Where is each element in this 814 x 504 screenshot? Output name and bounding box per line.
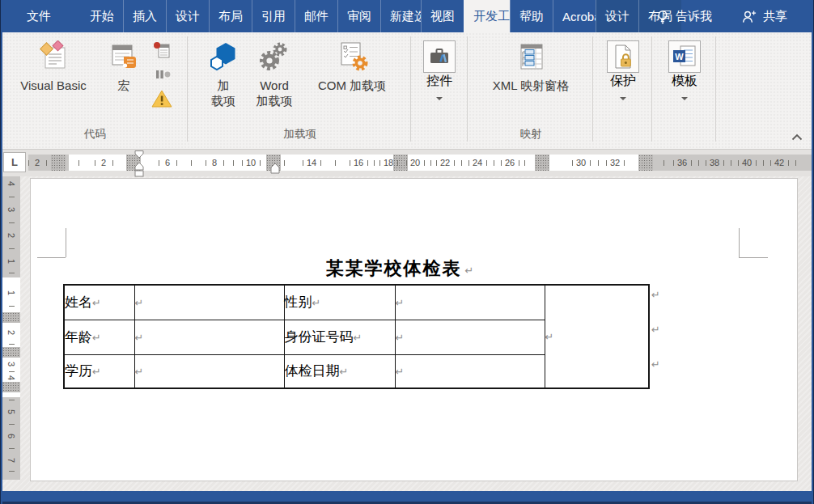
collapse-ribbon-button[interactable]	[789, 131, 805, 142]
ribbon-group-addins: 加载项 Word加载项	[189, 32, 411, 149]
tab-design[interactable]: 设计	[166, 0, 209, 32]
menu-bar: 文件开始插入设计布局引用邮件审阅新建选项卡视图开发工具帮助Acrobat设计布局…	[0, 0, 814, 32]
cell-gender-label[interactable]: 性别↵	[284, 285, 395, 320]
document-title-line[interactable]: 某某学校体检表↵	[63, 256, 736, 281]
window-border-right-accent	[812, 0, 813, 504]
cell-age-value[interactable]: ↵	[134, 320, 284, 354]
ruler-table-boundary	[535, 155, 549, 171]
cell-id-label[interactable]: 身份证号码↵	[284, 320, 395, 354]
cell-education-label[interactable]: 学历↵	[64, 354, 134, 388]
cell-age-label[interactable]: 年龄↵	[64, 320, 134, 354]
ruler-tick	[770, 160, 771, 166]
word-addins-button[interactable]: Word加载项	[250, 40, 299, 108]
controls-label: 控件	[426, 73, 452, 90]
indent-marker-left[interactable]	[134, 150, 145, 178]
ruler-number: 4	[6, 369, 17, 387]
tab-references[interactable]: 引用	[252, 0, 295, 32]
ruler-tick	[191, 160, 192, 166]
share-label: 共享	[763, 9, 787, 24]
com-addins-button[interactable]: COM 加载项	[302, 40, 402, 93]
ribbon-group-template: W 模板	[653, 32, 716, 149]
tab-acrobat[interactable]: Acrobat	[553, 0, 596, 32]
cell-exam-date-value[interactable]: ↵	[395, 354, 545, 388]
xml-mapping-icon	[514, 40, 548, 73]
tell-me-button[interactable]: 告诉我	[655, 0, 712, 32]
v-ruler[interactable]: 43211234567	[2, 176, 20, 480]
tab-mailings[interactable]: 邮件	[295, 0, 337, 32]
ruler-tick	[756, 160, 757, 166]
tab-file[interactable]: 文件	[15, 0, 63, 32]
template-button[interactable]: W 模板	[660, 40, 709, 100]
ruler-tick	[738, 160, 739, 166]
code-group-label: 代码	[2, 127, 188, 142]
tab-help[interactable]: 帮助	[510, 0, 553, 32]
template-dropdown-arrow	[681, 97, 688, 100]
indent-marker-hanging[interactable]	[269, 163, 281, 176]
ruler-number: 6	[6, 427, 17, 445]
protect-button[interactable]: 保护	[599, 40, 647, 100]
macros-button[interactable]: 宏	[101, 40, 146, 93]
ruler-number: 20	[410, 155, 420, 171]
crop-mark-tr-v	[739, 228, 740, 257]
pause-recording-button[interactable]	[150, 65, 174, 84]
ruler-number: 1	[6, 284, 17, 302]
ruler-tick	[9, 248, 15, 249]
ruler-tick	[350, 160, 350, 166]
controls-button[interactable]: 控件	[415, 40, 464, 100]
lightbulb-icon	[655, 9, 670, 24]
ribbon-group-code: Visual Basic 宏	[2, 32, 188, 149]
tab-new-tab[interactable]: 新建选项卡	[380, 0, 421, 32]
share-button[interactable]: 共享	[741, 0, 787, 32]
table-row: 姓名↵ ↵ 性别↵ ↵ ↵	[64, 285, 649, 320]
ruler-number: 2	[6, 324, 17, 341]
h-ruler[interactable]: 22681014161820222426303236384042	[28, 155, 812, 171]
cell-name-label[interactable]: 姓名↵	[64, 285, 134, 320]
row-end-mark: ↵	[651, 324, 660, 336]
toolbox-icon	[428, 46, 451, 67]
protect-lock-icon	[611, 44, 635, 70]
tab-review[interactable]: 审阅	[337, 0, 380, 32]
ribbon-group-protect: 保护	[594, 32, 652, 149]
tab-stop-selector[interactable]: L	[3, 152, 26, 172]
tab-insert[interactable]: 插入	[123, 0, 166, 32]
ruler-tick	[233, 160, 234, 166]
ruler-number: 14	[307, 155, 316, 171]
cell-id-value[interactable]: ↵	[395, 320, 545, 354]
tab-home[interactable]: 开始	[81, 0, 123, 32]
svg-text:W: W	[675, 52, 684, 61]
ruler-tick	[95, 160, 95, 166]
ruler-tick	[763, 160, 764, 166]
ruler-tick	[424, 160, 425, 166]
protect-dropdown-arrow	[620, 97, 626, 100]
ruler-tick	[9, 471, 15, 472]
tab-layout[interactable]: 布局	[209, 0, 252, 32]
cell-gender-value[interactable]: ↵	[395, 285, 545, 320]
ruler-tick	[524, 160, 525, 166]
ruler-number: 30	[576, 155, 586, 171]
word-template-icon: W	[672, 44, 697, 69]
row-end-mark: ↵	[651, 289, 660, 301]
ruler-tick	[303, 160, 303, 166]
visual-basic-button[interactable]: Visual Basic	[9, 40, 98, 93]
cell-name-value[interactable]: ↵	[134, 285, 284, 320]
xml-mapping-pane-button[interactable]: XML 映射窗格	[474, 40, 587, 93]
tab-developer[interactable]: 开发工具	[464, 0, 510, 32]
addins-label: 加载项	[211, 78, 235, 108]
cell-exam-date-label[interactable]: 体检日期↵	[284, 354, 395, 388]
tab-view[interactable]: 视图	[421, 0, 464, 32]
ruler-number: 32	[610, 155, 620, 171]
crop-mark-tl-v	[66, 228, 66, 257]
ruler-tick	[335, 160, 336, 166]
ruler-number: 8	[212, 155, 217, 171]
ruler-tick	[9, 197, 15, 197]
ruler-table-boundary	[638, 155, 653, 171]
record-macro-button[interactable]	[150, 40, 174, 60]
status-bar-blue	[0, 491, 814, 502]
tab-table-design[interactable]: 设计	[596, 0, 638, 32]
addins-button[interactable]: 加载项	[200, 40, 247, 108]
macro-security-button[interactable]	[150, 89, 174, 108]
cell-photo[interactable]: ↵	[545, 285, 649, 388]
ruler-tick	[284, 160, 285, 166]
cell-education-value[interactable]: ↵	[134, 354, 284, 388]
exam-form-table[interactable]: 姓名↵ ↵ 性别↵ ↵ ↵ 年龄↵ ↵ 身份证号码↵ ↵ 学历↵ ↵ 体检日期↵…	[63, 284, 650, 389]
